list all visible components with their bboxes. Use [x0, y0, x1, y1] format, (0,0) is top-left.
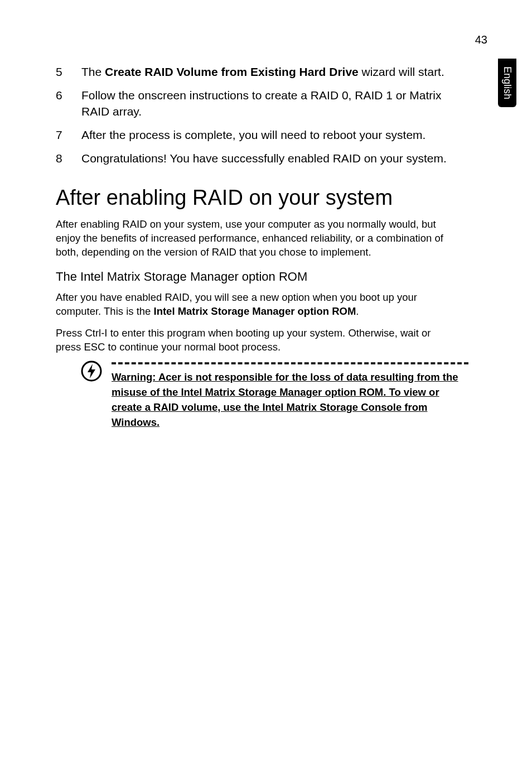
lightning-warning-icon	[80, 360, 103, 385]
warning-text: Warning: Acer is not responsible for the…	[112, 370, 468, 430]
section-heading: After enabling RAID on your system	[56, 186, 457, 210]
step-text-pre: The	[81, 65, 105, 78]
step-text: Congratulations! You have successfully e…	[81, 152, 447, 165]
step-item: Congratulations! You have successfully e…	[56, 151, 457, 166]
subsection-paragraph: After you have enabled RAID, you will se…	[56, 291, 457, 319]
step-text-post: wizard will start.	[359, 65, 444, 78]
section-paragraph: After enabling RAID on your system, use …	[56, 218, 457, 260]
page-number: 43	[475, 33, 487, 46]
sub-para1-bold: Intel Matrix Storage Manager option ROM	[154, 305, 356, 317]
step-text-bold: Create RAID Volume from Existing Hard Dr…	[105, 65, 359, 78]
step-text: Follow the onscreen instructions to crea…	[81, 89, 441, 117]
language-tab: English	[498, 59, 516, 107]
sub-para1-post: .	[356, 305, 359, 317]
page-content: The Create RAID Volume from Existing Har…	[56, 64, 457, 430]
subsection-heading: The Intel Matrix Storage Manager option …	[56, 270, 457, 284]
step-item: The Create RAID Volume from Existing Har…	[56, 64, 457, 80]
warning-block: Warning: Acer is not responsible for the…	[56, 362, 457, 430]
step-item: Follow the onscreen instructions to crea…	[56, 88, 457, 119]
step-text: After the process is complete, you will …	[81, 128, 425, 141]
step-item: After the process is complete, you will …	[56, 127, 457, 143]
subsection-paragraph-2: Press Ctrl-I to enter this program when …	[56, 326, 457, 354]
step-list: The Create RAID Volume from Existing Har…	[56, 64, 457, 167]
dashed-divider	[112, 362, 468, 364]
